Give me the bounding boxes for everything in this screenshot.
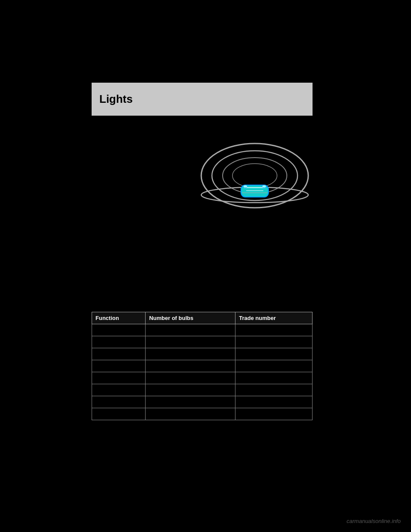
table-container: Function Number of bulbs Trade number	[92, 312, 313, 420]
table-cell	[92, 348, 146, 360]
col-function: Function	[92, 312, 146, 324]
table-cell	[235, 324, 313, 336]
table-row	[92, 384, 313, 396]
table-cell	[235, 384, 313, 396]
table-cell	[146, 384, 235, 396]
table-cell	[146, 372, 235, 384]
lights-header-bar: Lights	[92, 83, 313, 116]
table-cell	[235, 336, 313, 348]
car-diagram	[197, 122, 313, 212]
svg-point-0	[201, 143, 308, 208]
table-cell	[92, 336, 146, 348]
table-cell	[92, 372, 146, 384]
table-cell	[235, 396, 313, 408]
col-trade-number: Trade number	[235, 312, 313, 324]
table-cell	[146, 324, 235, 336]
table-row	[92, 348, 313, 360]
table-row	[92, 396, 313, 408]
table-cell	[235, 372, 313, 384]
table-cell	[146, 348, 235, 360]
table-cell	[92, 384, 146, 396]
page: Lights	[0, 0, 411, 532]
table-cell	[235, 348, 313, 360]
table-cell	[146, 396, 235, 408]
table-cell	[235, 408, 313, 420]
table-cell	[146, 360, 235, 372]
svg-point-3	[232, 164, 277, 188]
table-row	[92, 408, 313, 420]
table-row	[92, 360, 313, 372]
bulbs-table: Function Number of bulbs Trade number	[92, 312, 313, 420]
watermark: carmanualsonline.info	[347, 518, 401, 524]
table-row	[92, 372, 313, 384]
table-row	[92, 336, 313, 348]
table-cell	[92, 324, 146, 336]
table-cell	[146, 336, 235, 348]
col-number-of-bulbs: Number of bulbs	[146, 312, 235, 324]
table-cell	[92, 408, 146, 420]
lights-title: Lights	[99, 93, 133, 106]
table-row	[92, 324, 313, 336]
svg-point-8	[243, 185, 247, 188]
table-cell	[92, 360, 146, 372]
table-cell	[235, 360, 313, 372]
car-diagram-svg	[199, 124, 310, 210]
table-cell	[92, 396, 146, 408]
table-header-row: Function Number of bulbs Trade number	[92, 312, 313, 324]
svg-point-9	[262, 185, 266, 188]
table-cell	[146, 408, 235, 420]
